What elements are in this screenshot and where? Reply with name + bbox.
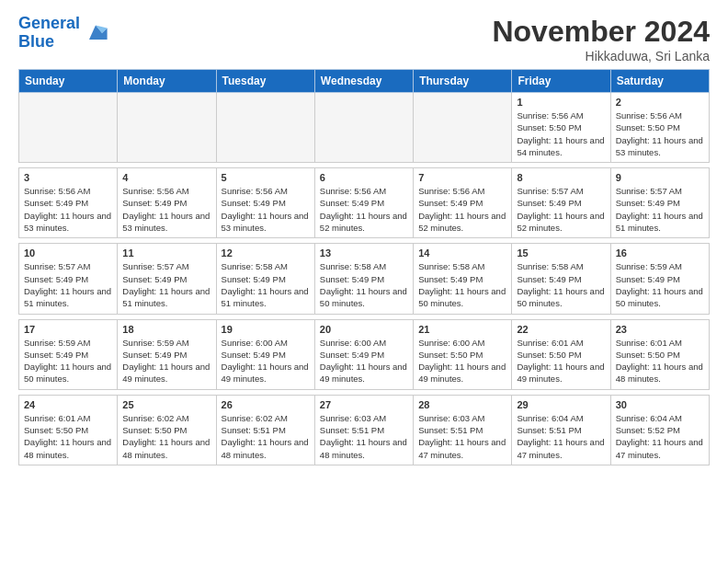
- calendar-cell: 3Sunrise: 5:56 AMSunset: 5:49 PMDaylight…: [19, 168, 118, 238]
- day-number: 2: [616, 97, 704, 108]
- logo-icon: [83, 20, 108, 46]
- day-number: 20: [320, 324, 408, 335]
- logo: GeneralBlue: [18, 15, 108, 52]
- day-info: Sunrise: 5:57 AMSunset: 5:49 PMDaylight:…: [24, 260, 112, 309]
- day-number: 28: [418, 399, 506, 410]
- day-number: 11: [122, 247, 210, 259]
- day-info: Sunrise: 5:58 AMSunset: 5:49 PMDaylight:…: [517, 260, 605, 309]
- calendar-cell: 16Sunrise: 5:59 AMSunset: 5:49 PMDayligh…: [610, 244, 709, 314]
- day-info: Sunrise: 6:02 AMSunset: 5:51 PMDaylight:…: [222, 412, 310, 461]
- calendar-header-thursday: Thursday: [414, 70, 512, 93]
- calendar-cell: 22Sunrise: 6:01 AMSunset: 5:50 PMDayligh…: [512, 319, 610, 389]
- day-number: 14: [418, 247, 506, 259]
- day-number: 3: [24, 172, 112, 183]
- day-number: 10: [24, 247, 112, 259]
- day-info: Sunrise: 5:56 AMSunset: 5:50 PMDaylight:…: [517, 109, 605, 158]
- day-info: Sunrise: 5:59 AMSunset: 5:49 PMDaylight:…: [24, 337, 112, 385]
- day-info: Sunrise: 6:00 AMSunset: 5:49 PMDaylight:…: [222, 337, 310, 385]
- day-info: Sunrise: 5:56 AMSunset: 5:50 PMDaylight:…: [616, 109, 704, 158]
- calendar-header-monday: Monday: [118, 70, 216, 93]
- calendar-cell: 23Sunrise: 6:01 AMSunset: 5:50 PMDayligh…: [610, 319, 709, 389]
- calendar-cell: 1Sunrise: 5:56 AMSunset: 5:50 PMDaylight…: [512, 93, 610, 163]
- calendar-cell: 15Sunrise: 5:58 AMSunset: 5:49 PMDayligh…: [512, 244, 610, 314]
- calendar-cell: 14Sunrise: 5:58 AMSunset: 5:49 PMDayligh…: [414, 244, 512, 314]
- calendar-cell: 12Sunrise: 5:58 AMSunset: 5:49 PMDayligh…: [216, 244, 314, 314]
- day-number: 30: [616, 399, 704, 410]
- calendar-cell: 18Sunrise: 5:59 AMSunset: 5:49 PMDayligh…: [118, 319, 216, 389]
- day-info: Sunrise: 6:01 AMSunset: 5:50 PMDaylight:…: [517, 337, 605, 385]
- location: Hikkaduwa, Sri Lanka: [492, 49, 710, 63]
- day-number: 22: [517, 324, 605, 335]
- calendar-header-wednesday: Wednesday: [314, 70, 413, 93]
- day-info: Sunrise: 5:57 AMSunset: 5:49 PMDaylight:…: [517, 185, 605, 234]
- day-info: Sunrise: 5:59 AMSunset: 5:49 PMDaylight:…: [616, 260, 704, 309]
- calendar-header-friday: Friday: [512, 70, 610, 93]
- day-info: Sunrise: 5:56 AMSunset: 5:49 PMDaylight:…: [320, 185, 408, 234]
- day-number: 8: [517, 172, 605, 183]
- day-info: Sunrise: 6:01 AMSunset: 5:50 PMDaylight:…: [616, 337, 704, 385]
- day-info: Sunrise: 6:00 AMSunset: 5:49 PMDaylight:…: [320, 337, 408, 385]
- calendar-cell: 30Sunrise: 6:04 AMSunset: 5:52 PMDayligh…: [610, 395, 709, 465]
- calendar-cell: 29Sunrise: 6:04 AMSunset: 5:51 PMDayligh…: [512, 395, 610, 465]
- day-info: Sunrise: 5:57 AMSunset: 5:49 PMDaylight:…: [616, 185, 704, 234]
- day-info: Sunrise: 6:00 AMSunset: 5:50 PMDaylight:…: [418, 337, 506, 385]
- day-info: Sunrise: 5:58 AMSunset: 5:49 PMDaylight:…: [418, 260, 506, 309]
- calendar-cell: 27Sunrise: 6:03 AMSunset: 5:51 PMDayligh…: [314, 395, 413, 465]
- calendar-cell: 4Sunrise: 5:56 AMSunset: 5:49 PMDaylight…: [118, 168, 216, 238]
- day-number: 12: [222, 247, 310, 259]
- calendar-cell: 2Sunrise: 5:56 AMSunset: 5:50 PMDaylight…: [610, 93, 709, 163]
- day-info: Sunrise: 6:01 AMSunset: 5:50 PMDaylight:…: [24, 412, 112, 461]
- calendar-header-sunday: Sunday: [19, 70, 118, 93]
- day-number: 21: [418, 324, 506, 335]
- day-number: 23: [616, 324, 704, 335]
- calendar-cell: 17Sunrise: 5:59 AMSunset: 5:49 PMDayligh…: [19, 319, 118, 389]
- calendar-header-saturday: Saturday: [610, 70, 709, 93]
- calendar-cell: 10Sunrise: 5:57 AMSunset: 5:49 PMDayligh…: [19, 244, 118, 314]
- calendar-cell: 26Sunrise: 6:02 AMSunset: 5:51 PMDayligh…: [216, 395, 314, 465]
- calendar-cell: 11Sunrise: 5:57 AMSunset: 5:49 PMDayligh…: [118, 244, 216, 314]
- calendar-cell: 20Sunrise: 6:00 AMSunset: 5:49 PMDayligh…: [314, 319, 413, 389]
- header: GeneralBlue November 2024 Hikkaduwa, Sri…: [18, 15, 710, 63]
- calendar-cell: 19Sunrise: 6:00 AMSunset: 5:49 PMDayligh…: [216, 319, 314, 389]
- day-number: 29: [517, 399, 605, 410]
- day-number: 16: [616, 247, 704, 259]
- day-number: 5: [222, 172, 310, 183]
- calendar-cell: [118, 93, 216, 163]
- day-info: Sunrise: 5:56 AMSunset: 5:49 PMDaylight:…: [24, 185, 112, 234]
- day-info: Sunrise: 5:56 AMSunset: 5:49 PMDaylight:…: [418, 185, 506, 234]
- day-number: 24: [24, 399, 112, 410]
- calendar-cell: 13Sunrise: 5:58 AMSunset: 5:49 PMDayligh…: [314, 244, 413, 314]
- calendar-week-2: 3Sunrise: 5:56 AMSunset: 5:49 PMDaylight…: [19, 168, 710, 238]
- day-number: 26: [222, 399, 310, 410]
- logo-text: GeneralBlue: [18, 15, 80, 52]
- calendar-cell: 21Sunrise: 6:00 AMSunset: 5:50 PMDayligh…: [414, 319, 512, 389]
- calendar-cell: 9Sunrise: 5:57 AMSunset: 5:49 PMDaylight…: [610, 168, 709, 238]
- calendar-cell: [314, 93, 413, 163]
- day-number: 1: [517, 97, 605, 108]
- calendar-week-3: 10Sunrise: 5:57 AMSunset: 5:49 PMDayligh…: [19, 244, 710, 314]
- calendar-cell: 28Sunrise: 6:03 AMSunset: 5:51 PMDayligh…: [414, 395, 512, 465]
- day-number: 17: [24, 324, 112, 335]
- day-number: 25: [122, 399, 210, 410]
- calendar-week-1: 1Sunrise: 5:56 AMSunset: 5:50 PMDaylight…: [19, 93, 710, 163]
- calendar-cell: 25Sunrise: 6:02 AMSunset: 5:50 PMDayligh…: [118, 395, 216, 465]
- day-info: Sunrise: 5:57 AMSunset: 5:49 PMDaylight:…: [122, 260, 210, 309]
- day-info: Sunrise: 6:04 AMSunset: 5:51 PMDaylight:…: [517, 412, 605, 461]
- day-info: Sunrise: 6:03 AMSunset: 5:51 PMDaylight:…: [418, 412, 506, 461]
- calendar-week-5: 24Sunrise: 6:01 AMSunset: 5:50 PMDayligh…: [19, 395, 710, 465]
- day-number: 19: [222, 324, 310, 335]
- day-info: Sunrise: 6:02 AMSunset: 5:50 PMDaylight:…: [122, 412, 210, 461]
- day-number: 7: [418, 172, 506, 183]
- calendar-header-tuesday: Tuesday: [216, 70, 314, 93]
- calendar-cell: [216, 93, 314, 163]
- title-block: November 2024 Hikkaduwa, Sri Lanka: [492, 15, 710, 63]
- calendar-week-4: 17Sunrise: 5:59 AMSunset: 5:49 PMDayligh…: [19, 319, 710, 389]
- day-info: Sunrise: 5:58 AMSunset: 5:49 PMDaylight:…: [222, 260, 310, 309]
- page: GeneralBlue November 2024 Hikkaduwa, Sri…: [0, 0, 728, 480]
- day-number: 6: [320, 172, 408, 183]
- month-title: November 2024: [492, 15, 710, 49]
- day-info: Sunrise: 5:58 AMSunset: 5:49 PMDaylight:…: [320, 260, 408, 309]
- day-info: Sunrise: 6:03 AMSunset: 5:51 PMDaylight:…: [320, 412, 408, 461]
- day-number: 18: [122, 324, 210, 335]
- calendar-cell: 8Sunrise: 5:57 AMSunset: 5:49 PMDaylight…: [512, 168, 610, 238]
